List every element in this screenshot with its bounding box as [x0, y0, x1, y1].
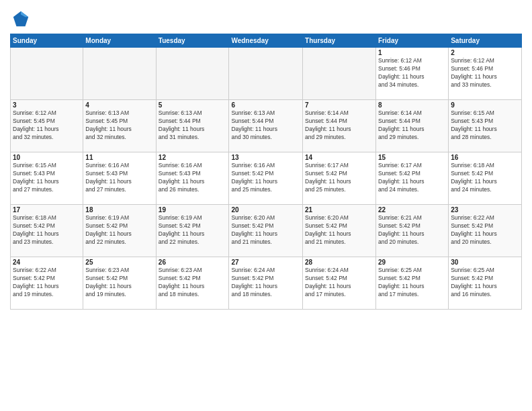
calendar-cell: 7Sunrise: 6:14 AMSunset: 5:44 PMDaylight… [303, 100, 376, 152]
day-info: Sunrise: 6:23 AMSunset: 5:42 PMDaylight:… [159, 267, 227, 299]
day-number: 27 [231, 259, 300, 266]
day-number: 26 [159, 259, 227, 266]
day-info: Sunrise: 6:12 AMSunset: 5:45 PMDaylight:… [13, 109, 81, 142]
day-number: 13 [231, 154, 300, 161]
calendar-cell: 9Sunrise: 6:15 AMSunset: 5:43 PMDaylight… [449, 100, 522, 152]
calendar-cell: 6Sunrise: 6:13 AMSunset: 5:44 PMDaylight… [229, 100, 303, 152]
day-info: Sunrise: 6:16 AMSunset: 5:43 PMDaylight:… [85, 162, 153, 194]
weekday-sunday: Sunday [11, 34, 83, 48]
day-info: Sunrise: 6:16 AMSunset: 5:42 PMDaylight:… [231, 162, 300, 194]
day-number: 22 [378, 206, 446, 214]
day-number: 10 [13, 154, 81, 161]
day-info: Sunrise: 6:17 AMSunset: 5:42 PMDaylight:… [378, 162, 446, 194]
day-info: Sunrise: 6:12 AMSunset: 5:46 PMDaylight:… [378, 57, 446, 89]
day-number: 20 [231, 206, 300, 214]
day-number: 19 [159, 206, 227, 214]
day-info: Sunrise: 6:21 AMSunset: 5:42 PMDaylight:… [378, 214, 446, 246]
day-number: 29 [378, 259, 446, 266]
day-number: 11 [85, 154, 153, 161]
day-info: Sunrise: 6:23 AMSunset: 5:42 PMDaylight:… [85, 267, 153, 299]
calendar-cell: 8Sunrise: 6:14 AMSunset: 5:44 PMDaylight… [376, 100, 449, 152]
calendar-cell: 29Sunrise: 6:25 AMSunset: 5:42 PMDayligh… [376, 257, 449, 310]
calendar-table: SundayMondayTuesdayWednesdayThursdayFrid… [10, 34, 522, 310]
weekday-friday: Friday [376, 34, 449, 48]
weekday-thursday: Thursday [303, 34, 376, 48]
day-number: 4 [85, 101, 153, 109]
day-info: Sunrise: 6:24 AMSunset: 5:42 PMDaylight:… [305, 267, 373, 299]
day-number: 3 [13, 101, 81, 109]
calendar-cell [11, 48, 83, 100]
day-info: Sunrise: 6:13 AMSunset: 5:45 PMDaylight:… [85, 109, 153, 142]
logo-icon [11, 9, 30, 28]
day-number: 16 [451, 154, 519, 161]
day-number: 8 [378, 101, 446, 109]
weekday-header-row: SundayMondayTuesdayWednesdayThursdayFrid… [11, 34, 522, 48]
day-info: Sunrise: 6:15 AMSunset: 5:43 PMDaylight:… [451, 109, 519, 142]
calendar-cell: 26Sunrise: 6:23 AMSunset: 5:42 PMDayligh… [156, 257, 229, 310]
day-info: Sunrise: 6:19 AMSunset: 5:42 PMDaylight:… [85, 214, 153, 246]
calendar-cell: 3Sunrise: 6:12 AMSunset: 5:45 PMDaylight… [11, 100, 83, 152]
calendar-week-4: 17Sunrise: 6:18 AMSunset: 5:42 PMDayligh… [11, 205, 522, 257]
day-info: Sunrise: 6:24 AMSunset: 5:42 PMDaylight:… [231, 267, 300, 299]
calendar-cell: 22Sunrise: 6:21 AMSunset: 5:42 PMDayligh… [376, 205, 449, 257]
calendar-cell: 27Sunrise: 6:24 AMSunset: 5:42 PMDayligh… [229, 257, 303, 310]
day-number: 23 [451, 206, 519, 214]
day-info: Sunrise: 6:17 AMSunset: 5:42 PMDaylight:… [305, 162, 373, 194]
calendar-week-5: 24Sunrise: 6:22 AMSunset: 5:42 PMDayligh… [11, 257, 522, 310]
calendar-week-2: 3Sunrise: 6:12 AMSunset: 5:45 PMDaylight… [11, 100, 522, 152]
day-number: 2 [451, 49, 519, 56]
day-number: 15 [378, 154, 446, 161]
calendar-cell: 11Sunrise: 6:16 AMSunset: 5:43 PMDayligh… [83, 152, 156, 205]
day-info: Sunrise: 6:13 AMSunset: 5:44 PMDaylight:… [159, 109, 227, 142]
day-info: Sunrise: 6:22 AMSunset: 5:42 PMDaylight:… [451, 214, 519, 246]
calendar-cell: 20Sunrise: 6:20 AMSunset: 5:42 PMDayligh… [229, 205, 303, 257]
calendar-cell: 19Sunrise: 6:19 AMSunset: 5:42 PMDayligh… [156, 205, 229, 257]
day-number: 17 [13, 206, 81, 214]
calendar-cell [83, 48, 156, 100]
calendar-cell: 17Sunrise: 6:18 AMSunset: 5:42 PMDayligh… [11, 205, 83, 257]
day-info: Sunrise: 6:19 AMSunset: 5:42 PMDaylight:… [159, 214, 227, 246]
weekday-monday: Monday [83, 34, 156, 48]
day-info: Sunrise: 6:18 AMSunset: 5:42 PMDaylight:… [451, 162, 519, 194]
calendar-cell: 16Sunrise: 6:18 AMSunset: 5:42 PMDayligh… [449, 152, 522, 205]
calendar-cell: 21Sunrise: 6:20 AMSunset: 5:42 PMDayligh… [303, 205, 376, 257]
day-info: Sunrise: 6:22 AMSunset: 5:42 PMDaylight:… [13, 267, 81, 299]
day-info: Sunrise: 6:25 AMSunset: 5:42 PMDaylight:… [451, 267, 519, 299]
calendar-cell [303, 48, 376, 100]
calendar-cell: 12Sunrise: 6:16 AMSunset: 5:43 PMDayligh… [156, 152, 229, 205]
weekday-wednesday: Wednesday [229, 34, 303, 48]
calendar-cell: 15Sunrise: 6:17 AMSunset: 5:42 PMDayligh… [376, 152, 449, 205]
header [10, 7, 522, 28]
day-info: Sunrise: 6:14 AMSunset: 5:44 PMDaylight:… [305, 109, 373, 142]
day-number: 21 [305, 206, 373, 214]
day-number: 1 [378, 49, 446, 56]
calendar-cell: 14Sunrise: 6:17 AMSunset: 5:42 PMDayligh… [303, 152, 376, 205]
page: SundayMondayTuesdayWednesdayThursdayFrid… [0, 0, 532, 411]
calendar-cell [156, 48, 229, 100]
day-number: 12 [159, 154, 227, 161]
weekday-tuesday: Tuesday [156, 34, 229, 48]
calendar-cell: 2Sunrise: 6:12 AMSunset: 5:46 PMDaylight… [449, 48, 522, 100]
day-info: Sunrise: 6:14 AMSunset: 5:44 PMDaylight:… [378, 109, 446, 142]
day-number: 24 [13, 259, 81, 266]
day-number: 25 [85, 259, 153, 266]
calendar-cell: 25Sunrise: 6:23 AMSunset: 5:42 PMDayligh… [83, 257, 156, 310]
weekday-saturday: Saturday [449, 34, 522, 48]
day-info: Sunrise: 6:20 AMSunset: 5:42 PMDaylight:… [231, 214, 300, 246]
calendar-week-3: 10Sunrise: 6:15 AMSunset: 5:43 PMDayligh… [11, 152, 522, 205]
calendar-cell: 23Sunrise: 6:22 AMSunset: 5:42 PMDayligh… [449, 205, 522, 257]
day-info: Sunrise: 6:25 AMSunset: 5:42 PMDaylight:… [378, 267, 446, 299]
day-number: 18 [85, 206, 153, 214]
calendar-cell: 24Sunrise: 6:22 AMSunset: 5:42 PMDayligh… [11, 257, 83, 310]
day-info: Sunrise: 6:13 AMSunset: 5:44 PMDaylight:… [231, 109, 300, 142]
calendar-cell: 4Sunrise: 6:13 AMSunset: 5:45 PMDaylight… [83, 100, 156, 152]
calendar-cell: 1Sunrise: 6:12 AMSunset: 5:46 PMDaylight… [376, 48, 449, 100]
day-number: 28 [305, 259, 373, 266]
day-number: 6 [231, 101, 300, 109]
calendar-cell: 30Sunrise: 6:25 AMSunset: 5:42 PMDayligh… [449, 257, 522, 310]
day-number: 5 [159, 101, 227, 109]
day-number: 30 [451, 259, 519, 266]
day-info: Sunrise: 6:12 AMSunset: 5:46 PMDaylight:… [451, 57, 519, 89]
day-number: 9 [451, 101, 519, 109]
logo [10, 9, 30, 28]
